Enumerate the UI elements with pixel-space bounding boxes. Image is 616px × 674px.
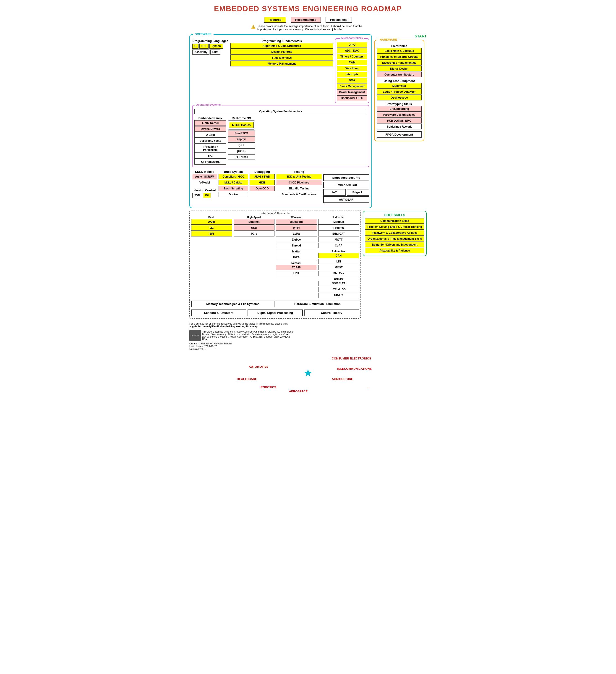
hardware-col: START HARDWARE Electronics Basic Math & … bbox=[374, 34, 426, 208]
if-tcpip: TCP/IP bbox=[276, 265, 317, 270]
t-cicd: CI/CD Pipelines bbox=[276, 180, 322, 185]
rtos-zephyr: Zephyr bbox=[228, 136, 255, 142]
if-gsm: GSM / LTE bbox=[318, 281, 359, 286]
basic-header: Basic bbox=[191, 216, 232, 219]
if-coap: CoAP bbox=[318, 243, 359, 248]
t-tdd: TDD & Unit Testing bbox=[276, 174, 322, 180]
iface-header: Interfaces & Protocols bbox=[191, 212, 359, 215]
sdlc-vc: SDLC Models Agile / SCRUM V-Model Versio… bbox=[192, 169, 217, 204]
automotive-header: Automotive bbox=[318, 250, 359, 252]
memory-hw-sim: Memory Technologies & File Systems Hardw… bbox=[191, 300, 359, 308]
lang-cpp: C++ bbox=[200, 43, 209, 48]
bs-docker: Docker bbox=[219, 192, 248, 197]
prog-fund-header: Programming Fundamentals bbox=[230, 39, 333, 43]
vc-boxes: SVN Git bbox=[192, 193, 217, 198]
build-system: Build System Compilers / GCC Make / CMak… bbox=[219, 169, 248, 204]
vc-git: Git bbox=[203, 193, 211, 198]
ind-automotive: AUTOMOTIVE bbox=[249, 365, 268, 368]
elec-circuits: Principles of Electric Circuits bbox=[377, 54, 421, 60]
industries-center bbox=[304, 369, 312, 377]
legend-required: Required bbox=[264, 17, 286, 23]
mc-interrupts: Interrupts bbox=[337, 72, 367, 77]
last-update: Last Update: 2023-12-23 bbox=[190, 345, 426, 348]
electronics: Electronics Basic Math & Calculus Princi… bbox=[377, 44, 421, 77]
if-uwb: UWB bbox=[276, 255, 317, 260]
te-scope: Oscilloscope bbox=[377, 95, 421, 100]
license-text: This work is licensed under the Creative… bbox=[202, 331, 293, 341]
sdlc-header: SDLC Models bbox=[192, 170, 217, 174]
memory-tech: Memory Technologies & File Systems bbox=[191, 301, 274, 307]
testing: Testing TDD & Unit Testing CI/CD Pipelin… bbox=[276, 169, 322, 204]
if-usb: USB bbox=[234, 225, 275, 231]
elec-arch: Computer Architecture bbox=[377, 72, 421, 77]
programming-languages: Programming Languages C C++ Python Assem… bbox=[192, 38, 229, 103]
if-ltem: LTE-M / 5G bbox=[318, 287, 359, 292]
embedded-security: Embedded Security bbox=[323, 175, 369, 181]
dsp: Digital Signal Processing bbox=[248, 310, 302, 316]
page-container: EMBEDDED SYSTEMS ENGINEERING ROADMAP Req… bbox=[190, 5, 426, 394]
os-inner: Embedded Linux Linux Kernel Device Drive… bbox=[195, 115, 367, 165]
legend-possibilities: Possibilities bbox=[326, 17, 352, 23]
if-can: CAN bbox=[318, 253, 359, 258]
proto-header: Prototyping Skills bbox=[377, 102, 421, 106]
if-modbus: Modbus bbox=[318, 219, 359, 225]
ss-selfdriven: Being Self-Driven and Independent bbox=[365, 242, 424, 247]
ind-robotics: ROBOTICS bbox=[261, 385, 276, 389]
network-header: Network bbox=[276, 261, 317, 264]
ind-telecom: TELECOMMUNICATIONS bbox=[337, 367, 372, 370]
el-kernel: Linux Kernel bbox=[195, 120, 226, 126]
hw-simulation: Hardware Simulation / Emulation bbox=[276, 301, 359, 307]
prototyping: Prototyping Skills Breadboarding Hardwar… bbox=[377, 102, 421, 129]
if-spi: SPI bbox=[191, 231, 232, 236]
electronics-header: Electronics bbox=[377, 44, 421, 48]
os-section: Operating Systems Operating System Funda… bbox=[192, 105, 369, 167]
mc-adc: ADC / DAC bbox=[337, 48, 367, 53]
bs-cmake: Make / CMake bbox=[219, 180, 248, 185]
iface-wireless-network: Wireless Bluetooth Wi-Fi LoRa Zigbee Thr… bbox=[276, 216, 317, 299]
el-qt: Qt Framework bbox=[195, 159, 226, 164]
mc-timers: Timers / Counters bbox=[337, 54, 367, 60]
footer-github: ⊙ github.com/m3y54m/Embedded-Engineering… bbox=[190, 325, 426, 328]
revision: Revision: v1.2.3 bbox=[190, 348, 426, 350]
fpga-box: FPGA Development bbox=[377, 131, 421, 138]
os-fundamentals: Operating System Fundamentals bbox=[195, 109, 367, 114]
mc-power: Power Management bbox=[337, 90, 367, 95]
sw-bottom-row: SDLC Models Agile / SCRUM V-Model Versio… bbox=[192, 169, 369, 204]
dbg-openocd: OpenOCD bbox=[250, 186, 275, 191]
mc-dma: DMA bbox=[337, 78, 367, 83]
pf-patterns: Design Patterns bbox=[230, 49, 333, 54]
edge-ai: Edge AI bbox=[347, 189, 369, 196]
pf-algorithms: Algorithms & Data Structures bbox=[230, 43, 333, 48]
rtos-basics-box: RTOS Basics bbox=[228, 120, 255, 130]
autosar: AUTOSAR bbox=[323, 196, 369, 203]
el-uboot: U-Boot bbox=[195, 132, 226, 138]
rtos-basics: RTOS Basics bbox=[229, 122, 254, 128]
mc-gpio: GPIO bbox=[337, 42, 367, 47]
embedded-linux-header: Embedded Linux bbox=[195, 116, 226, 120]
elec-fund: Electronics Fundamentals bbox=[377, 60, 421, 66]
te-multimeter: Multimeter bbox=[377, 83, 421, 89]
testing-header: Testing bbox=[276, 170, 322, 174]
industrial-header: Industrial bbox=[318, 216, 359, 219]
footer-learning: For a curated list of learning resources… bbox=[190, 322, 426, 325]
github-icon: ⊙ bbox=[190, 325, 192, 328]
ind-healthcare: HEALTHCARE bbox=[237, 377, 257, 381]
debug-header: Debugging bbox=[250, 170, 275, 174]
el-ipc: IPC bbox=[195, 153, 226, 158]
if-eth: Ethernet bbox=[234, 219, 275, 225]
ss-problem: Problem-Solving Skills & Critical Thinki… bbox=[365, 224, 424, 230]
prog-fundamentals: Programming Fundamentals Algorithms & Da… bbox=[230, 38, 333, 103]
star-icon bbox=[304, 369, 312, 377]
prog-lang-white-boxes: Assembly Rust bbox=[192, 49, 229, 55]
if-lora: LoRa bbox=[276, 231, 317, 236]
footer: For a curated list of learning resources… bbox=[190, 322, 426, 350]
warning-icon: ⚠️ bbox=[251, 25, 256, 29]
proto-bread: Breadboarding bbox=[377, 106, 421, 112]
lang-assembly: Assembly bbox=[192, 49, 210, 54]
legend: Required Recommended Possibilities bbox=[190, 17, 426, 23]
software-label: SOFTWARE bbox=[193, 32, 214, 36]
github-link[interactable]: github.com/m3y54m/Embedded-Engineering-R… bbox=[192, 325, 258, 328]
proto-pcb: PCB Design / EMC bbox=[377, 118, 421, 123]
te-logic: Logic / Protocol Analyzer bbox=[377, 89, 421, 95]
vc-header: Version Control bbox=[192, 189, 217, 192]
